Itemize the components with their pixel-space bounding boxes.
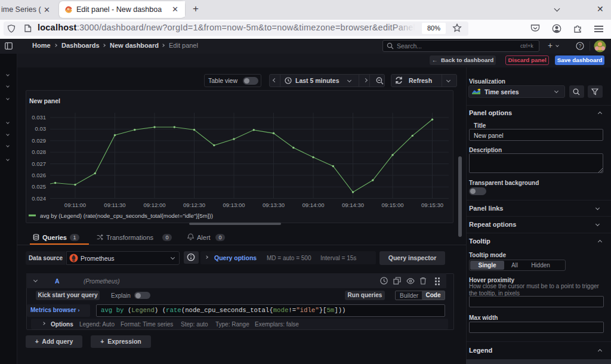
- svg-text:09:14:30: 09:14:30: [342, 202, 364, 208]
- svg-text:09:15:00: 09:15:00: [382, 202, 404, 208]
- svg-text:09:12:00: 09:12:00: [144, 202, 166, 208]
- svg-text:09:13:30: 09:13:30: [263, 202, 285, 208]
- svg-text:0.024: 0.024: [32, 195, 46, 202]
- svg-text:09:14:00: 09:14:00: [303, 202, 325, 208]
- svg-text:09:15:30: 09:15:30: [421, 202, 443, 208]
- svg-text:avg by (Legend) (rate(node_cpu: avg by (Legend) (rate(node_cpu_seconds_t…: [40, 212, 213, 219]
- svg-text:?: ?: [579, 43, 582, 49]
- svg-text:0.031: 0.031: [32, 114, 46, 121]
- svg-text:0.027: 0.027: [32, 161, 46, 167]
- svg-text:09:12:30: 09:12:30: [183, 202, 205, 208]
- svg-text:09:13:00: 09:13:00: [223, 202, 245, 208]
- svg-text:0.026: 0.026: [32, 172, 46, 178]
- svg-text:09:11:30: 09:11:30: [104, 202, 125, 208]
- svg-text:09:11:00: 09:11:00: [64, 202, 86, 208]
- svg-text:0.03: 0.03: [35, 125, 47, 132]
- svg-text:0.029: 0.029: [32, 137, 46, 144]
- svg-text:0.025: 0.025: [32, 183, 46, 190]
- svg-text:0.028: 0.028: [32, 149, 46, 155]
